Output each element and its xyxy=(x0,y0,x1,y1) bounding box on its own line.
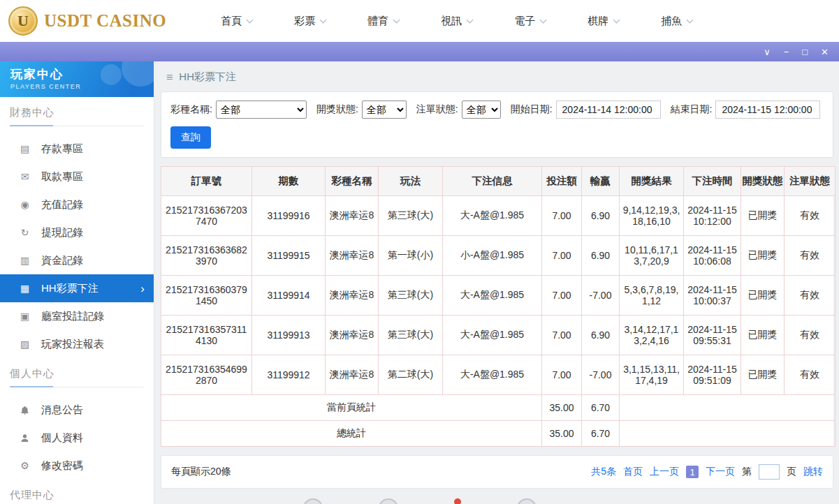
window-titlebar: ∨ − □ ✕ xyxy=(0,42,839,61)
brand-logo[interactable]: U USDT CASINO xyxy=(0,6,166,36)
funds-icon: ▥ xyxy=(19,255,31,265)
sidebar-item-label: 提現記錄 xyxy=(41,226,83,239)
nav-item-lottery[interactable]: 彩票 xyxy=(273,0,346,42)
start-date-input[interactable] xyxy=(556,101,661,119)
cell-draw-status: 已開獎 xyxy=(741,236,785,276)
draw-status-select[interactable]: 全部 xyxy=(362,101,407,119)
logo-coin-icon: U xyxy=(8,6,38,36)
cell-bet-amount: 7.00 xyxy=(542,196,582,236)
withdraw-icon: ✉ xyxy=(19,172,31,181)
summary-bet-total: 35.00 xyxy=(542,395,582,421)
nav-item-label: 電子 xyxy=(514,15,535,28)
cell-winloss: 6.90 xyxy=(582,316,620,355)
sidebar-item-profile[interactable]: 個人資料 xyxy=(0,424,154,452)
lottery-select[interactable]: 全部 xyxy=(216,101,307,119)
cell-bet-amount: 7.00 xyxy=(542,236,582,276)
jump-link[interactable]: 跳转 xyxy=(803,466,823,478)
sidebar-item-withdraw-records[interactable]: ↻ 提現記錄 xyxy=(0,218,154,246)
nav-item-home[interactable]: 首頁 xyxy=(200,0,273,42)
current-page-badge[interactable]: 1 xyxy=(686,466,699,478)
jump-prefix-label: 第 xyxy=(742,466,752,478)
person-icon xyxy=(19,433,31,443)
finance-menu: ▤ 存款專區 ✉ 取款專區 ◉ 充值記錄 ↻ 提現記錄 ▥ 資金記錄 ▦ HH彩… xyxy=(0,135,154,358)
cell-order-status: 有效 xyxy=(785,196,836,236)
sidebar-item-recharge-records[interactable]: ◉ 充值記錄 xyxy=(0,191,154,218)
cell-bet-amount: 7.00 xyxy=(542,355,582,395)
order-status-filter-label: 注單狀態: xyxy=(416,103,458,116)
cell-bet-time: 2024-11-15 10:00:37 xyxy=(684,276,741,316)
sidebar-item-label: 充值記錄 xyxy=(41,198,83,212)
sidebar-item-player-bet-report[interactable]: ▨ 玩家投注報表 xyxy=(0,330,154,358)
window-minimize-button[interactable]: − xyxy=(784,47,789,57)
cell-order-id: 2152173163546992870 xyxy=(161,355,252,395)
cell-draw-result: 10,11,6,17,13,7,20,9 xyxy=(620,236,684,276)
col-header-draw-status: 開獎狀態 xyxy=(741,167,785,196)
section-title-finance: 財務中心 xyxy=(10,106,144,126)
sidebar-item-label: HH彩票下注 xyxy=(41,282,99,295)
sidebar-item-withdraw[interactable]: ✉ 取款專區 xyxy=(0,163,154,191)
window-close-button[interactable]: ✕ xyxy=(821,47,829,57)
nav-item-label: 彩票 xyxy=(294,15,315,28)
next-page-link[interactable]: 下一页 xyxy=(706,466,735,478)
decor-circle xyxy=(101,64,122,85)
sidebar-item-deposit[interactable]: ▤ 存款專區 xyxy=(0,135,154,163)
lottery-icon: ▦ xyxy=(19,283,31,293)
nav-item-slots[interactable]: 電子 xyxy=(493,0,567,42)
chevron-down-icon xyxy=(540,16,547,23)
footer-circle-icon xyxy=(379,498,398,504)
menu-icon[interactable]: ≡ xyxy=(166,71,173,84)
table-header-row: 訂單號 期數 彩種名稱 玩法 下注信息 投注額 輸贏 開獎結果 下注時間 開獎狀… xyxy=(161,167,836,196)
cell-order-status: 有效 xyxy=(785,316,836,355)
nav-item-label: 首頁 xyxy=(221,15,242,28)
section-title-agent: 代理中心 xyxy=(10,489,144,504)
cell-lottery-name: 澳洲幸运8 xyxy=(326,355,379,395)
cell-draw-status: 已開獎 xyxy=(741,316,785,355)
first-page-link[interactable]: 首页 xyxy=(623,466,643,478)
footer-circle-icon xyxy=(303,498,323,504)
summary-label: 總統計 xyxy=(161,421,542,447)
chevron-down-icon xyxy=(320,16,327,23)
sidebar-item-label: 資金記錄 xyxy=(41,254,83,267)
prev-page-link[interactable]: 上一页 xyxy=(650,466,679,478)
sidebar-item-hh-lottery-bets[interactable]: ▦ HH彩票下注 › xyxy=(0,274,154,302)
col-header-winloss: 輸贏 xyxy=(582,167,620,196)
nav-item-fishing[interactable]: 捕魚 xyxy=(640,0,713,42)
sidebar-item-label: 個人資料 xyxy=(41,431,83,445)
per-page-label: 每頁顯示20條 xyxy=(171,466,231,478)
sidebar-item-change-password[interactable]: ⚙ 修改密碼 xyxy=(0,452,154,480)
page-jump-input[interactable] xyxy=(759,464,780,480)
cell-play-type: 第三球(大) xyxy=(379,196,443,236)
cell-winloss: -7.00 xyxy=(582,355,620,395)
summary-empty xyxy=(620,395,836,421)
breadcrumb: ≡ HH彩票下注 xyxy=(155,61,839,91)
pagination-controls: 共5条 首页 上一页 1 下一页 第 页 跳转 xyxy=(591,464,823,480)
window-maximize-button[interactable]: □ xyxy=(802,47,808,57)
query-button[interactable]: 查詢 xyxy=(170,126,211,149)
end-date-input[interactable] xyxy=(715,101,820,119)
sidebar-item-announcements[interactable]: 消息公告 xyxy=(0,396,154,424)
pagination-bar: 每頁顯示20條 共5条 首页 上一页 1 下一页 第 页 跳转 xyxy=(161,455,833,489)
cell-winloss: -7.00 xyxy=(582,276,620,316)
cell-draw-result: 3,14,12,17,13,2,4,16 xyxy=(620,316,684,355)
sidebar-item-label: 消息公告 xyxy=(41,403,83,417)
cell-winloss: 6.90 xyxy=(582,196,620,236)
nav-item-label: 棋牌 xyxy=(588,15,608,28)
sidebar-item-fund-records[interactable]: ▥ 資金記錄 xyxy=(0,246,154,274)
nav-item-chess[interactable]: 棋牌 xyxy=(567,0,640,42)
table-row: 2152173163636823970 31199915 澳洲幸运8 第一球(小… xyxy=(161,236,836,276)
chevron-down-icon xyxy=(247,16,254,23)
window-collapse-button[interactable]: ∨ xyxy=(764,47,771,57)
filter-row: 彩種名稱: 全部 開獎狀態: 全部 注單狀態: 全部 開始日期: 結束日期: xyxy=(170,101,824,119)
section-title-personal: 個人中心 xyxy=(10,367,144,387)
total-count: 共5条 xyxy=(591,466,616,478)
nav-item-sports[interactable]: 體育 xyxy=(346,0,420,42)
cell-draw-result: 3,1,15,13,11,17,4,19 xyxy=(620,355,684,395)
cell-play-type: 第一球(小) xyxy=(379,236,443,276)
nav-item-live-video[interactable]: 視訊 xyxy=(420,0,493,42)
summary-winloss-total: 6.70 xyxy=(582,421,620,447)
sidebar-item-hall-bet-records[interactable]: ▣ 廳室投註記錄 xyxy=(0,302,154,330)
cell-bet-amount: 7.00 xyxy=(542,276,582,316)
summary-bet-total: 35.00 xyxy=(542,421,582,447)
order-status-select[interactable]: 全部 xyxy=(462,101,501,119)
summary-empty xyxy=(620,421,836,447)
